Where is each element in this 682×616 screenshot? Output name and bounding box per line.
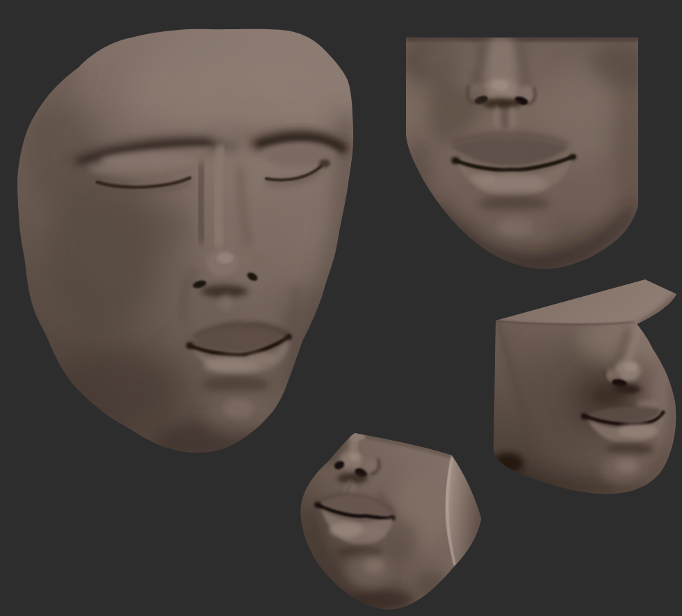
sculpt-lower-face-tilted-study[interactable]: Nose, lips and chin block clay sculpt, t…: [295, 428, 485, 616]
sculpt-nose-mouth-block-study[interactable]: Nose and mouth block clay sculpt, three-…: [480, 275, 682, 501]
sculpt-lower-face-front-study[interactable]: Cropped lower-face clay sculpt, nose and…: [400, 31, 647, 275]
sculpt-full-face-study[interactable]: Full face clay sculpt, closed eyes, thre…: [10, 24, 358, 459]
sculpt-viewport[interactable]: Full face clay sculpt, closed eyes, thre…: [0, 0, 682, 616]
